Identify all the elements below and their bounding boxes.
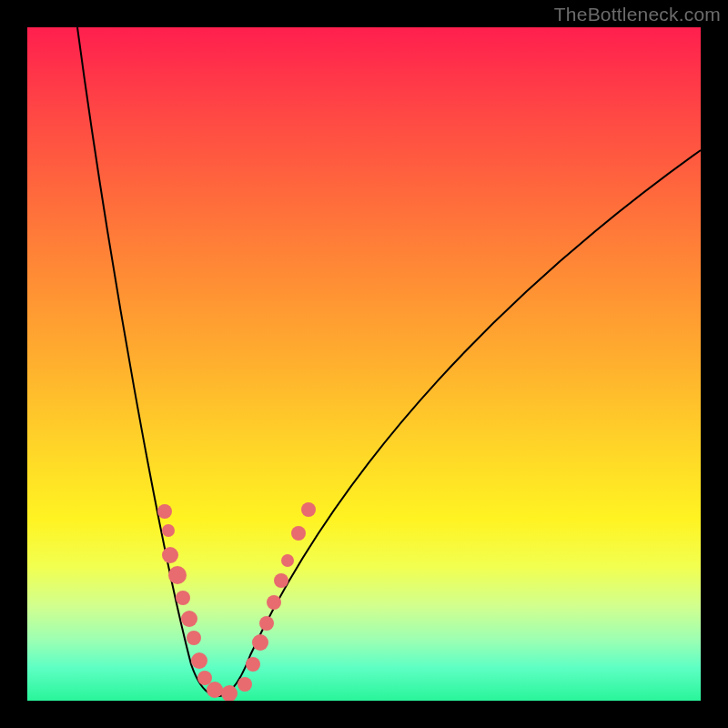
- data-dot: [181, 611, 197, 627]
- data-dot: [274, 573, 288, 588]
- data-dot: [221, 685, 238, 701]
- data-dot: [191, 652, 207, 669]
- data-dot: [187, 631, 201, 645]
- data-dot: [207, 682, 223, 698]
- data-dot: [197, 671, 212, 685]
- chart-frame: [27, 27, 701, 701]
- data-dot: [301, 502, 316, 517]
- data-dot: [157, 504, 172, 519]
- data-dots: [157, 502, 316, 701]
- data-dot: [259, 616, 274, 631]
- data-dot: [267, 595, 281, 610]
- data-dot: [176, 591, 190, 605]
- data-dot: [291, 526, 306, 541]
- data-dot: [162, 524, 175, 537]
- watermark-text: TheBottleneck.com: [554, 4, 721, 25]
- data-dot: [162, 547, 178, 563]
- bottleneck-curve: [77, 27, 701, 696]
- chart-svg: [27, 27, 701, 701]
- data-dot: [281, 554, 294, 567]
- data-dot: [246, 657, 260, 672]
- data-dot: [238, 677, 252, 692]
- data-dot: [168, 566, 187, 584]
- data-dot: [252, 634, 268, 651]
